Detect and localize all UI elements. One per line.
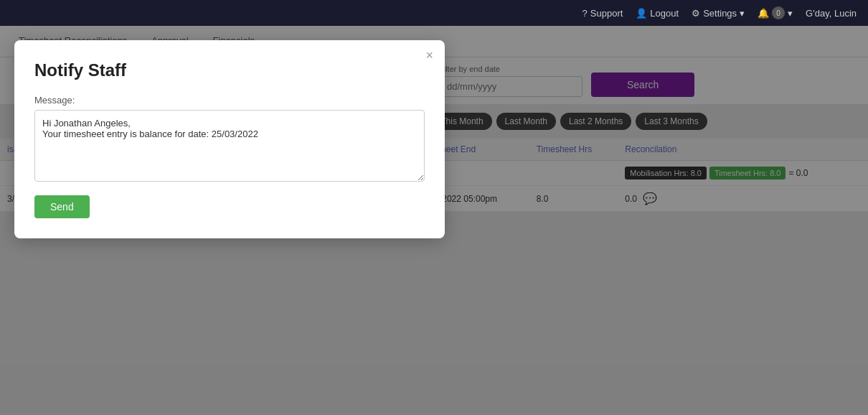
- send-button[interactable]: Send: [34, 195, 90, 218]
- person-icon: 👤: [636, 8, 647, 19]
- modal-title: Notify Staff: [34, 60, 425, 80]
- bell-icon: 🔔: [758, 8, 769, 19]
- modal-close-button[interactable]: ×: [425, 49, 433, 62]
- message-label: Message:: [34, 95, 425, 106]
- page-background: Timesheet Reconciliations Approval Finan…: [0, 26, 868, 415]
- chevron-down-icon: ▾: [788, 8, 793, 19]
- support-label: Support: [590, 8, 623, 19]
- notifications-link[interactable]: 🔔 0 ▾: [758, 6, 793, 19]
- greeting-text: G'day, Lucin: [806, 8, 857, 19]
- logout-label: Logout: [650, 8, 679, 19]
- bell-count: 0: [772, 6, 785, 19]
- chevron-down-icon: ▾: [740, 8, 745, 19]
- user-greeting: G'day, Lucin: [806, 8, 857, 19]
- support-link[interactable]: ? Support: [582, 8, 623, 19]
- topbar: ? Support 👤 Logout ⚙ Settings ▾ 🔔 0 ▾ G'…: [0, 0, 868, 26]
- settings-label: Settings: [703, 8, 737, 19]
- gear-icon: ⚙: [692, 8, 700, 19]
- question-icon: ?: [582, 8, 588, 19]
- logout-link[interactable]: 👤 Logout: [636, 8, 679, 19]
- message-textarea[interactable]: Hi Jonathan Angeles, Your timesheet entr…: [34, 110, 425, 182]
- notify-staff-modal: × Notify Staff Message: Hi Jonathan Ange…: [14, 40, 445, 238]
- modal-overlay: × Notify Staff Message: Hi Jonathan Ange…: [0, 26, 868, 415]
- settings-link[interactable]: ⚙ Settings ▾: [692, 8, 745, 19]
